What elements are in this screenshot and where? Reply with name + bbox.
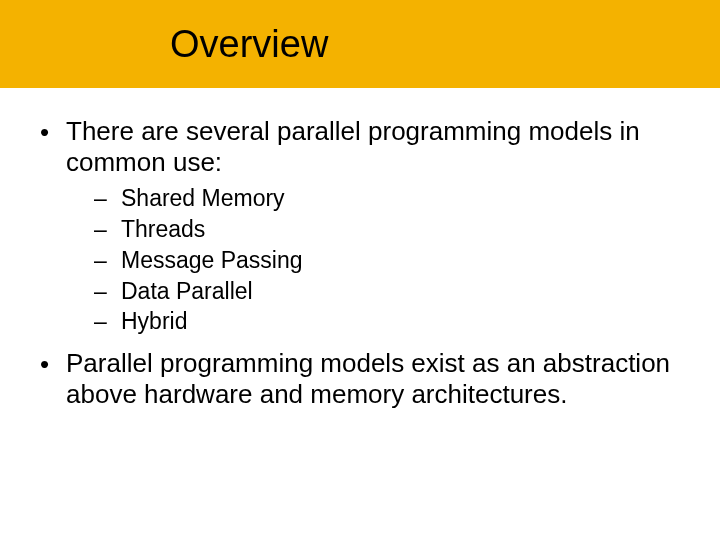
sub-item: – Threads <box>94 215 680 244</box>
bullet-item: • There are several parallel programming… <box>40 116 680 178</box>
sub-text: Data Parallel <box>121 277 253 306</box>
sub-mark: – <box>94 184 112 213</box>
bullet-mark: • <box>40 116 56 178</box>
title-bar: Overview <box>0 0 720 88</box>
sub-item: – Data Parallel <box>94 277 680 306</box>
slide-content: • There are several parallel programming… <box>0 88 720 411</box>
sub-text: Hybrid <box>121 307 187 336</box>
sub-mark: – <box>94 215 112 244</box>
sub-mark: – <box>94 277 112 306</box>
slide-title: Overview <box>170 23 328 66</box>
bullet-text: There are several parallel programming m… <box>66 116 680 178</box>
bullet-item: • Parallel programming models exist as a… <box>40 348 680 410</box>
sub-text: Threads <box>121 215 205 244</box>
sub-list: – Shared Memory – Threads – Message Pass… <box>94 184 680 336</box>
sub-mark: – <box>94 246 112 275</box>
sub-item: – Message Passing <box>94 246 680 275</box>
sub-item: – Hybrid <box>94 307 680 336</box>
bullet-mark: • <box>40 348 56 410</box>
sub-text: Message Passing <box>121 246 303 275</box>
sub-text: Shared Memory <box>121 184 285 213</box>
sub-mark: – <box>94 307 112 336</box>
bullet-text: Parallel programming models exist as an … <box>66 348 680 410</box>
sub-item: – Shared Memory <box>94 184 680 213</box>
